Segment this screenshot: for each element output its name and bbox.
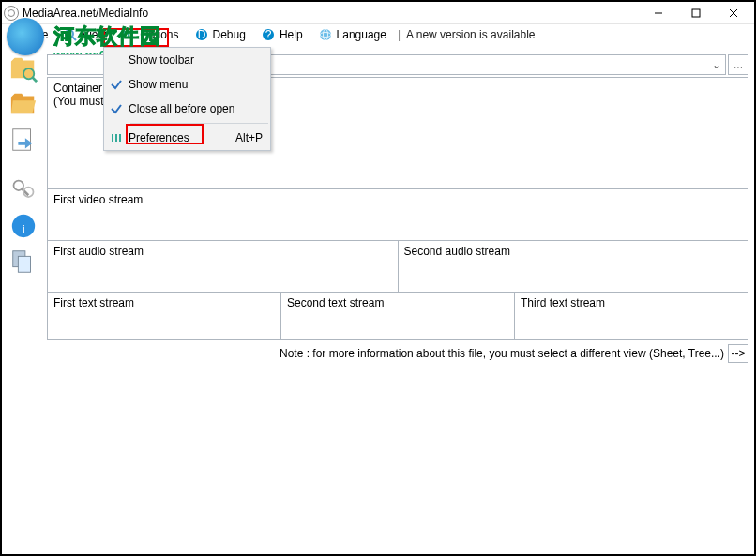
- tool-open-file-button[interactable]: [8, 53, 38, 83]
- svg-rect-18: [13, 129, 31, 151]
- dropdown-preferences-shortcut: Alt+P: [235, 131, 263, 144]
- check-icon: [104, 102, 129, 115]
- new-version-link[interactable]: A new version is available: [406, 28, 535, 41]
- tool-copy-button[interactable]: [8, 247, 38, 277]
- dropdown-show-toolbar[interactable]: Show toolbar: [104, 48, 270, 72]
- svg-line-5: [72, 37, 76, 40]
- maximize-button[interactable]: [677, 3, 715, 23]
- menu-debug[interactable]: D Debug: [189, 25, 251, 44]
- panel-second-text: Second text stream: [281, 292, 515, 340]
- svg-rect-8: [131, 31, 133, 38]
- dropdown-separator: [130, 123, 268, 124]
- arrow-label: -->: [732, 347, 746, 360]
- window-title: MediaArea.net/MediaInfo: [23, 7, 640, 20]
- tool-export-button[interactable]: [8, 125, 38, 155]
- panel-third-text-label: Third text stream: [521, 296, 605, 309]
- view-icon: [63, 27, 78, 42]
- options-icon: [121, 27, 136, 42]
- help-icon: ?: [261, 27, 276, 42]
- panel-third-text: Third text stream: [515, 292, 748, 340]
- svg-rect-7: [128, 31, 129, 38]
- tool-info-button[interactable]: i: [8, 211, 38, 241]
- browse-button[interactable]: ...: [728, 54, 748, 75]
- svg-rect-1: [692, 9, 700, 17]
- debug-icon: D: [194, 27, 209, 42]
- menu-language-label: Language: [337, 28, 386, 41]
- dropdown-preferences[interactable]: Preferences Alt+P: [104, 126, 270, 150]
- check-icon: [104, 78, 129, 91]
- close-button[interactable]: [715, 3, 752, 23]
- menu-options[interactable]: Options: [115, 25, 184, 44]
- dropdown-close-all-label: Close all before open: [129, 102, 263, 115]
- svg-text:i: i: [22, 223, 24, 234]
- panel-second-audio: Second audio stream: [399, 240, 749, 293]
- menu-view[interactable]: View: [57, 25, 112, 44]
- panel-first-text-label: First text stream: [53, 296, 134, 309]
- dropdown-show-menu[interactable]: Show menu: [104, 72, 270, 97]
- note-text: Note : for more information about this f…: [280, 347, 724, 360]
- panel-first-audio: First audio stream: [47, 240, 399, 293]
- panel-first-audio-label: First audio stream: [53, 245, 144, 258]
- svg-text:D: D: [197, 28, 205, 41]
- preferences-icon: [104, 131, 129, 144]
- file-icon: [11, 27, 26, 42]
- menu-help[interactable]: ? Help: [255, 25, 309, 44]
- title-bar: MediaArea.net/MediaInfo: [2, 2, 754, 24]
- change-view-button[interactable]: -->: [728, 344, 748, 363]
- menu-view-label: View: [82, 28, 106, 41]
- menu-language[interactable]: Language: [312, 25, 392, 44]
- minimize-button[interactable]: [640, 3, 677, 23]
- svg-rect-27: [115, 134, 117, 142]
- browse-label: ...: [733, 58, 743, 71]
- dropdown-show-toolbar-label: Show toolbar: [129, 53, 263, 67]
- globe-icon: [318, 27, 333, 42]
- menu-file-label: File: [30, 28, 48, 41]
- app-icon: [4, 6, 19, 21]
- tool-settings-button[interactable]: [8, 175, 38, 205]
- panel-second-text-label: Second text stream: [287, 296, 384, 309]
- menu-help-label: Help: [280, 28, 303, 41]
- svg-text:?: ?: [265, 28, 272, 41]
- svg-rect-26: [112, 134, 113, 142]
- menu-separator: |: [398, 28, 401, 41]
- svg-rect-6: [124, 31, 126, 38]
- svg-point-4: [66, 30, 73, 38]
- svg-rect-25: [18, 256, 30, 272]
- svg-rect-28: [119, 134, 121, 142]
- tool-open-folder-button[interactable]: [8, 89, 38, 119]
- svg-line-17: [32, 77, 37, 82]
- svg-point-13: [320, 29, 331, 40]
- menu-options-label: Options: [140, 28, 178, 41]
- panel-first-video: First video stream: [47, 188, 748, 241]
- chevron-down-icon: ⌄: [712, 58, 721, 71]
- menu-file[interactable]: File: [6, 25, 53, 44]
- menu-bar: File View Options D Debug ? Help Languag…: [2, 24, 754, 45]
- dropdown-close-all[interactable]: Close all before open: [104, 97, 270, 121]
- sidebar-toolbar: i: [6, 53, 41, 277]
- options-dropdown: Show toolbar Show menu Close all before …: [103, 47, 271, 151]
- menu-debug-label: Debug: [213, 28, 246, 41]
- dropdown-preferences-label: Preferences: [129, 131, 235, 144]
- panel-second-audio-label: Second audio stream: [404, 245, 510, 258]
- panel-first-text: First text stream: [47, 292, 281, 340]
- dropdown-show-menu-label: Show menu: [129, 78, 263, 91]
- panel-first-video-label: First video stream: [53, 193, 143, 206]
